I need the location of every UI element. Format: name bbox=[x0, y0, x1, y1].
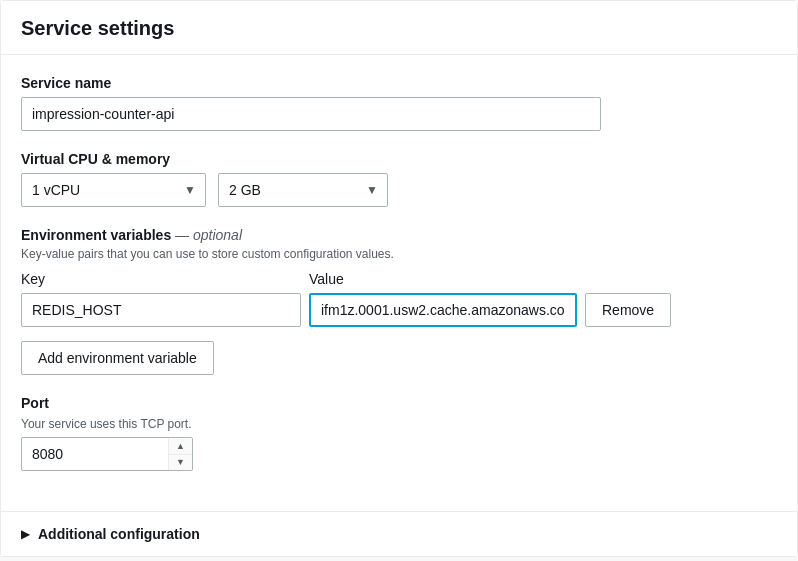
additional-config-section[interactable]: ▶ Additional configuration bbox=[1, 512, 797, 556]
env-value-header: Value bbox=[309, 271, 577, 287]
additional-config-label: Additional configuration bbox=[38, 526, 200, 542]
port-subtitle: Your service uses this TCP port. bbox=[21, 417, 777, 431]
service-name-group: Service name bbox=[21, 75, 777, 131]
env-subtitle: Key-value pairs that you can use to stor… bbox=[21, 247, 777, 261]
env-vars-group: Environment variables — optional Key-val… bbox=[21, 227, 777, 375]
service-name-input[interactable] bbox=[21, 97, 601, 131]
page-container: Service settings Service name Virtual CP… bbox=[0, 0, 798, 557]
additional-config-arrow-icon: ▶ bbox=[21, 527, 30, 541]
page-title: Service settings bbox=[21, 17, 777, 40]
port-spinner-up-button[interactable]: ▲ bbox=[169, 438, 192, 455]
memory-select[interactable]: 1 GB 2 GB 3 GB 4 GB bbox=[218, 173, 388, 207]
port-label: Port bbox=[21, 395, 777, 411]
env-row: Remove bbox=[21, 293, 777, 327]
vcpu-memory-group: Virtual CPU & memory 1 vCPU 2 vCPU 4 vCP… bbox=[21, 151, 777, 207]
env-value-input[interactable] bbox=[309, 293, 577, 327]
add-env-button[interactable]: Add environment variable bbox=[21, 341, 214, 375]
vcpu-memory-label: Virtual CPU & memory bbox=[21, 151, 777, 167]
port-spinners: ▲ ▼ bbox=[168, 438, 192, 470]
vcpu-select-wrapper: 1 vCPU 2 vCPU 4 vCPU ▼ bbox=[21, 173, 206, 207]
port-input-wrapper: ▲ ▼ bbox=[21, 437, 193, 471]
memory-select-wrapper: 1 GB 2 GB 3 GB 4 GB ▼ bbox=[218, 173, 388, 207]
env-headers: Key Value bbox=[21, 271, 777, 287]
env-section-title: Environment variables — optional bbox=[21, 227, 777, 243]
env-key-input[interactable] bbox=[21, 293, 301, 327]
content-section: Service name Virtual CPU & memory 1 vCPU… bbox=[1, 55, 797, 491]
port-group: Port Your service uses this TCP port. ▲ … bbox=[21, 395, 777, 471]
port-spinner-down-button[interactable]: ▼ bbox=[169, 455, 192, 471]
header-section: Service settings bbox=[1, 1, 797, 55]
env-key-header: Key bbox=[21, 271, 301, 287]
vcpu-select[interactable]: 1 vCPU 2 vCPU 4 vCPU bbox=[21, 173, 206, 207]
remove-env-button[interactable]: Remove bbox=[585, 293, 671, 327]
service-name-label: Service name bbox=[21, 75, 777, 91]
vcpu-memory-row: 1 vCPU 2 vCPU 4 vCPU ▼ 1 GB 2 GB 3 GB 4 … bbox=[21, 173, 777, 207]
